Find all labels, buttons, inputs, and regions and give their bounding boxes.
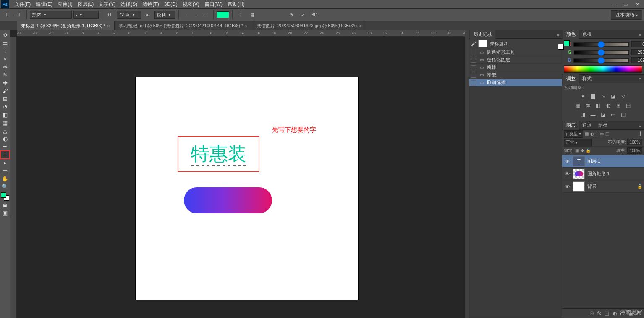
pen-tool[interactable]: ✒ <box>0 143 10 151</box>
zoom-tool[interactable]: 🔍 <box>0 183 10 191</box>
aa-select[interactable]: 锐利▼ <box>154 11 175 19</box>
curves-icon[interactable]: ∿ <box>599 93 607 100</box>
layer-mask-icon[interactable]: ◫ <box>605 310 609 316</box>
dodge-tool[interactable]: ◐ <box>0 135 10 143</box>
lock-position-icon[interactable]: ✥ <box>581 148 584 153</box>
panel-menu-icon[interactable]: ≡ <box>636 76 644 81</box>
close-icon[interactable]: × <box>245 24 247 29</box>
menu-layer[interactable]: 图层(L) <box>75 0 97 9</box>
photo-filter-icon[interactable]: ◐ <box>605 102 612 109</box>
doc-tab-2[interactable]: 学习笔记.psd @ 50% (微信图片_20220421000144, RGB… <box>115 21 252 30</box>
hand-tool[interactable]: ✋ <box>0 175 10 183</box>
history-tab[interactable]: 历史记录 <box>470 30 495 39</box>
selective-icon[interactable]: ◫ <box>620 111 627 118</box>
font-size-select[interactable]: 72 点▼ <box>117 11 141 19</box>
menu-window[interactable]: 窗口(W) <box>202 0 225 9</box>
healing-tool[interactable]: ✚ <box>0 79 10 87</box>
menu-filter[interactable]: 滤镜(T) <box>140 0 161 9</box>
hue-icon[interactable]: ▦ <box>574 102 582 109</box>
close-icon[interactable]: × <box>107 24 110 29</box>
r-slider[interactable] <box>573 42 629 47</box>
g-value[interactable]: 255 <box>631 49 644 55</box>
eraser-tool[interactable]: ◧ <box>0 111 10 119</box>
visibility-icon[interactable]: 👁 <box>564 159 571 164</box>
align-left-icon[interactable]: ≡ <box>182 10 191 19</box>
filter-adjust-icon[interactable]: ◐ <box>590 131 594 136</box>
text-edit-box[interactable]: 特惠装 <box>178 136 259 172</box>
doc-tab-1[interactable]: 未标题-1 @ 82.6% (圆角矩形 1, RGB/8) *× <box>17 21 115 30</box>
b-value[interactable]: 162 <box>631 57 644 63</box>
magic-wand-tool[interactable]: ✧ <box>0 55 10 63</box>
styles-tab[interactable]: 样式 <box>579 74 595 83</box>
layers-tab[interactable]: 图层 <box>563 121 579 130</box>
path-select-tool[interactable]: ▸ <box>0 159 10 167</box>
channels-tab[interactable]: 通道 <box>579 121 595 130</box>
move-tool[interactable]: ✥ <box>0 31 10 39</box>
font-family-select[interactable]: 黑体▼ <box>30 11 72 19</box>
menu-file[interactable]: 文件(F) <box>12 0 33 9</box>
color-swatches[interactable] <box>1 192 9 201</box>
lock-pixels-icon[interactable]: ▦ <box>575 148 579 153</box>
panel-menu-icon[interactable]: ≡ <box>554 32 562 37</box>
visibility-icon[interactable]: 👁 <box>564 184 571 189</box>
history-brush-tool[interactable]: ↺ <box>0 103 10 111</box>
window-minimize[interactable]: — <box>608 0 620 8</box>
g-slider[interactable] <box>574 50 629 55</box>
menu-select[interactable]: 选择(S) <box>118 0 140 9</box>
menu-edit[interactable]: 编辑(E) <box>33 0 55 9</box>
commit-icon[interactable]: ✓ <box>298 10 308 20</box>
gradient-tool[interactable]: ▦ <box>0 119 10 127</box>
eyedropper-tool[interactable]: ✎ <box>0 71 10 79</box>
filter-smart-icon[interactable]: ◫ <box>605 131 609 136</box>
blend-mode-select[interactable]: 正常 ▾ <box>564 139 592 146</box>
window-maximize[interactable]: ▭ <box>620 0 631 8</box>
new-fill-icon[interactable]: ◐ <box>613 310 617 316</box>
balance-icon[interactable]: ⚖ <box>584 102 592 109</box>
history-step[interactable]: ▭魔棒 <box>469 64 562 71</box>
marquee-tool[interactable]: ▭ <box>0 39 10 47</box>
menu-image[interactable]: 图像(I) <box>55 0 75 9</box>
text-color-swatch[interactable] <box>217 11 229 18</box>
b-slider[interactable] <box>573 58 629 63</box>
mixer-icon[interactable]: ⊞ <box>615 102 622 109</box>
invert-icon[interactable]: ◨ <box>579 111 587 118</box>
spectrum-bar[interactable] <box>564 65 642 73</box>
stamp-tool[interactable]: ⊞ <box>0 95 10 103</box>
gradient-map-icon[interactable]: ▭ <box>610 111 617 118</box>
exposure-icon[interactable]: ◪ <box>610 93 617 100</box>
brush-tool[interactable]: 🖌 <box>0 87 10 95</box>
threshold-icon[interactable]: ◪ <box>599 111 607 118</box>
history-doc-row[interactable]: 🖌 未标题-1 <box>469 39 562 49</box>
cancel-icon[interactable]: ⊘ <box>286 10 296 20</box>
history-step[interactable]: ▭渐变 <box>469 71 562 79</box>
screen-mode-tool[interactable]: ▣ <box>0 209 10 217</box>
threeD-button[interactable]: 3D <box>309 10 319 20</box>
filter-pixel-icon[interactable]: ▦ <box>585 131 589 136</box>
lookup-icon[interactable]: ▤ <box>625 102 632 109</box>
layer-row[interactable]: 👁背景🔒 <box>562 180 644 193</box>
history-step[interactable]: ▭圆角矩形工具 <box>469 49 562 56</box>
lasso-tool[interactable]: ⌇ <box>0 47 10 55</box>
layer-fx-icon[interactable]: fx <box>597 310 601 316</box>
crop-tool[interactable]: ✂ <box>0 63 10 71</box>
font-style-select[interactable]: -▼ <box>73 11 99 19</box>
filter-toggle[interactable]: ⏽ <box>638 131 642 136</box>
vibrance-icon[interactable]: ▽ <box>620 93 627 100</box>
levels-icon[interactable]: ▇ <box>589 93 597 100</box>
swatches-tab[interactable]: 色板 <box>579 30 595 39</box>
type-tool[interactable]: T <box>0 151 10 159</box>
link-layers-icon[interactable]: ⦾ <box>590 310 594 316</box>
history-step[interactable]: ▭取消选择 <box>469 79 562 87</box>
r-value[interactable]: 0 <box>631 41 644 47</box>
blur-tool[interactable]: △ <box>0 127 10 135</box>
visibility-icon[interactable]: 👁 <box>564 171 571 176</box>
brightness-icon[interactable]: ☀ <box>579 93 587 100</box>
close-icon[interactable]: × <box>359 24 361 29</box>
document-canvas[interactable]: 先写下想要的字 特惠装 <box>136 77 358 300</box>
align-right-icon[interactable]: ≡ <box>201 10 210 19</box>
menu-type[interactable]: 文字(Y) <box>96 0 118 9</box>
layer-row[interactable]: 👁圆角矩形 1 <box>562 168 644 180</box>
align-center-icon[interactable]: ≡ <box>191 10 201 19</box>
lock-all-icon[interactable]: 🔒 <box>586 148 591 153</box>
menu-3d[interactable]: 3D(D) <box>162 0 180 8</box>
